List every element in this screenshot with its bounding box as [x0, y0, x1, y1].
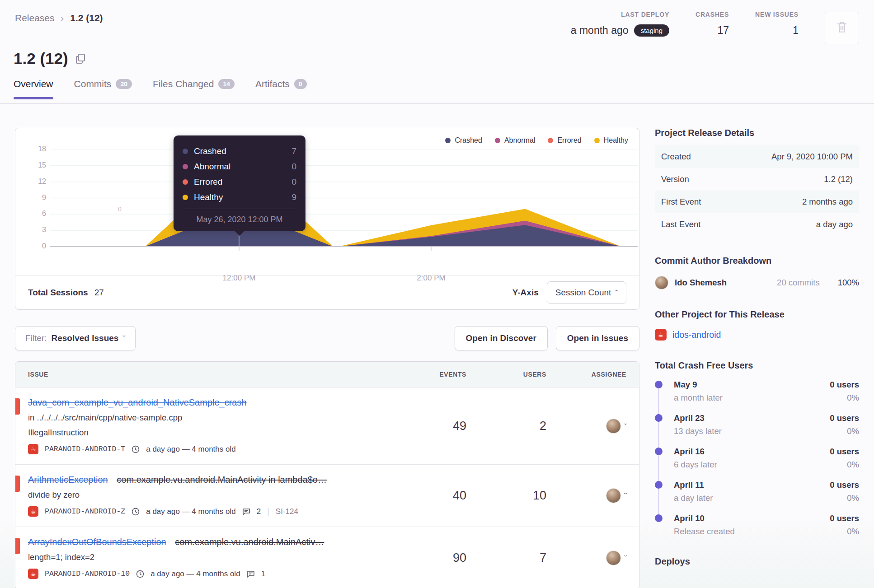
healthy-dot-icon — [183, 195, 188, 200]
legend-healthy[interactable]: Healthy — [594, 136, 628, 145]
files-changed-count-badge: 14 — [218, 79, 235, 89]
timeline-dot-icon — [655, 414, 663, 422]
detail-row-last-event: Last Event a day ago — [655, 213, 859, 236]
open-in-discover-button[interactable]: Open in Discover — [455, 326, 548, 350]
y-axis-select[interactable]: Session Count ˇ — [547, 281, 626, 304]
total-sessions-label: Total Sessions — [28, 288, 88, 298]
issues-table-header: ISSUE EVENTS USERS ASSIGNEE — [15, 362, 639, 387]
chart-y-axis-labels: 0369121518 — [23, 149, 46, 247]
sessions-area-chart: 0 — [50, 149, 638, 252]
delete-release-button[interactable] — [825, 12, 859, 44]
issue-title-link[interactable]: ArrayIndexOutOfBoundsException — [28, 537, 166, 547]
header-stats: LAST DEPLOY a month ago staging CRASHES … — [571, 11, 859, 44]
sidebar: Project Release Details Created Apr 9, 2… — [655, 128, 859, 574]
tooltip-row-abnormal: Abnormal 0 — [183, 159, 296, 174]
author-commit-count: 20 commits — [777, 278, 820, 288]
timeline-entry: April 110 users a day later0% — [655, 480, 859, 503]
author-avatar — [655, 276, 668, 289]
deploys-heading: Deploys — [655, 556, 859, 567]
timeline-dot-icon — [655, 448, 663, 455]
comment-count: 2 — [257, 507, 261, 516]
issues-filter-dropdown[interactable]: Filter: Resolved Issues ˇ — [15, 326, 136, 350]
comment-icon — [242, 508, 250, 516]
unresolved-level-marker — [15, 398, 20, 415]
legend-errored[interactable]: Errored — [548, 136, 581, 145]
section-heading: Commit Author Breakdown — [655, 256, 859, 266]
breadcrumb-separator-icon: › — [61, 13, 64, 23]
issue-message: divide by zero — [28, 490, 394, 500]
timeline-dot-icon — [655, 514, 663, 522]
copy-icon[interactable] — [75, 50, 85, 68]
chevron-down-icon: ˇ — [615, 289, 618, 296]
assignee-dropdown[interactable]: ˇ — [546, 488, 626, 503]
other-project-row: ☕ idos-android — [655, 329, 859, 341]
author-row: Ido Shemesh 20 commits 100% — [655, 276, 859, 289]
issue-culprit: com.example.vu.android.MainActiv… — [175, 537, 324, 547]
issue-title-link[interactable]: Java_com_example_vu_android_NativeSample… — [28, 397, 247, 407]
other-project-link[interactable]: idos-android — [672, 330, 721, 340]
legend-abnormal[interactable]: Abnormal — [495, 136, 535, 145]
abnormal-dot-icon — [183, 164, 188, 169]
sessions-chart-card: Crashed Abnormal Errored Healthy 0369121… — [15, 128, 639, 310]
detail-row-created: Created Apr 9, 2020 10:00 PM — [655, 145, 859, 168]
timeline-entry: May 90 users a month later0% — [655, 380, 859, 403]
stat-last-deploy-value: a month ago — [571, 24, 629, 37]
column-assignee: ASSIGNEE — [546, 371, 626, 378]
assignee-avatar — [606, 488, 621, 503]
stat-last-deploy: LAST DEPLOY a month ago staging — [571, 11, 669, 37]
healthy-dot-icon — [594, 138, 600, 143]
issue-age: a day ago — 4 months old — [146, 507, 235, 516]
issue-short-id: SI-124 — [276, 507, 298, 516]
column-users: USERS — [466, 371, 546, 378]
staging-badge: staging — [634, 24, 669, 37]
users-count: 7 — [540, 551, 546, 565]
tooltip-date: May 26, 2020 12:00 PM — [183, 209, 296, 231]
stat-new-issues-value: 1 — [793, 24, 799, 37]
detail-row-version: Version 1.2 (12) — [655, 168, 859, 191]
stat-crashes-label: CRASHES — [695, 11, 729, 18]
column-issue: ISSUE — [28, 371, 394, 378]
y-tick-label: 12 — [38, 177, 46, 186]
chevron-down-icon: ˇ — [624, 492, 627, 499]
tooltip-caret — [235, 231, 244, 236]
tab-commits[interactable]: Commits 20 — [74, 79, 132, 99]
breadcrumb: Releases › 1.2 (12) — [15, 13, 103, 23]
y-tick-label: 15 — [38, 161, 46, 169]
issue-message: length=1; index=2 — [28, 552, 394, 562]
project-name: PARANOID-ANDROID-T — [45, 445, 125, 453]
commit-author-breakdown-section: Commit Author Breakdown Ido Shemesh 20 c… — [655, 256, 859, 289]
issue-row: Java_com_example_vu_android_NativeSample… — [15, 387, 639, 464]
project-name: PARANOID-ANDROID-Z — [45, 507, 125, 516]
stat-last-deploy-label: LAST DEPLOY — [571, 11, 669, 18]
release-version-title: 1.2 (12) — [14, 50, 68, 68]
issue-row: ArithmeticException com.example.vu.andro… — [15, 464, 639, 527]
project-name: PARANOID-ANDROID-10 — [45, 569, 130, 578]
meta-divider: | — [267, 507, 269, 516]
chevron-down-icon: ˇ — [624, 555, 627, 561]
crash-free-users-section: Total Crash Free Users May 90 users a mo… — [655, 360, 859, 537]
section-heading: Other Project for This Release — [655, 309, 859, 320]
detail-row-first-event: First Event 2 months ago — [655, 191, 859, 213]
project-release-details-section: Project Release Details Created Apr 9, 2… — [655, 128, 859, 236]
assignee-dropdown[interactable]: ˇ — [546, 419, 626, 434]
stat-new-issues: NEW ISSUES 1 — [755, 11, 799, 37]
breadcrumb-releases-link[interactable]: Releases — [15, 13, 55, 23]
y-tick-label: 3 — [42, 226, 46, 234]
legend-crashed[interactable]: Crashed — [445, 136, 482, 145]
tab-files-changed[interactable]: Files Changed 14 — [153, 79, 235, 99]
project-platform-icon: ☕ — [28, 444, 38, 454]
tab-overview[interactable]: Overview — [14, 79, 53, 99]
trash-icon — [836, 21, 848, 35]
issue-title-link[interactable]: ArithmeticException — [28, 475, 108, 485]
author-percent: 100% — [838, 278, 859, 288]
open-in-issues-button[interactable]: Open in Issues — [556, 326, 639, 350]
crashed-dot-icon — [445, 138, 451, 143]
stat-crashes: CRASHES 17 — [695, 11, 729, 37]
column-events: EVENTS — [394, 371, 466, 378]
clock-icon — [136, 570, 144, 578]
issue-row: ArrayIndexOutOfBoundsException com.examp… — [15, 527, 639, 588]
errored-dot-icon — [548, 138, 553, 143]
tab-artifacts[interactable]: Artifacts 0 — [255, 79, 307, 99]
author-name: Ido Shemesh — [675, 278, 771, 288]
assignee-dropdown[interactable]: ˇ — [546, 551, 626, 565]
